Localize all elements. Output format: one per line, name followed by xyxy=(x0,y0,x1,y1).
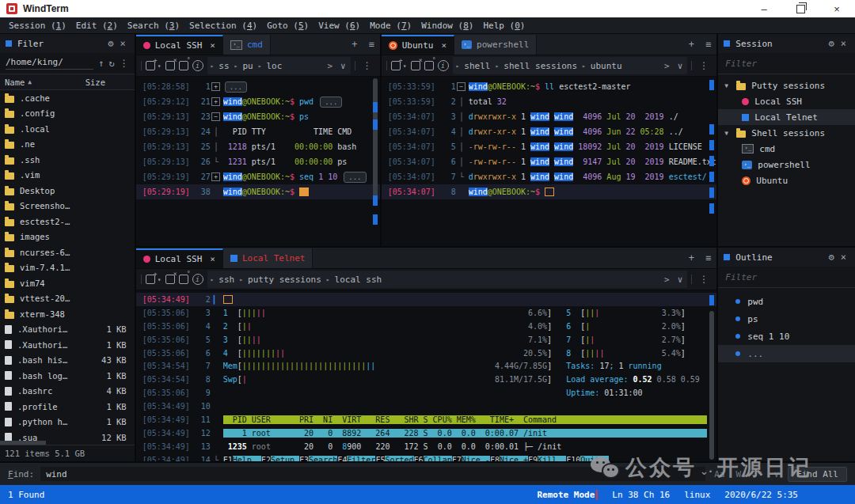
file-row[interactable]: .config xyxy=(0,106,135,122)
breadcrumb[interactable]: ▸ss▸pu▸loc>∨ xyxy=(207,57,351,74)
kebab-menu-icon[interactable]: ⋮ xyxy=(696,60,712,71)
tab-close-icon[interactable]: × xyxy=(441,40,446,51)
tab-list-icon[interactable]: ≡ xyxy=(700,252,716,263)
scrollbar[interactable] xyxy=(708,78,716,244)
file-row[interactable]: .bashrc4 KB xyxy=(0,384,135,400)
minimize-button[interactable]: – xyxy=(746,0,782,17)
scrollbar-thumb[interactable] xyxy=(373,78,378,202)
up-arrow-icon[interactable]: ↑ xyxy=(98,58,104,69)
close-session-icon[interactable] xyxy=(165,275,175,284)
file-row[interactable]: .ssh xyxy=(0,152,135,168)
kebab-menu-icon[interactable]: ⋮ xyxy=(696,274,712,285)
restore-button[interactable] xyxy=(782,0,819,17)
outline-item[interactable]: ... xyxy=(718,345,855,362)
info-icon[interactable]: i xyxy=(192,60,203,71)
path-input[interactable]: /home/king/ xyxy=(6,57,93,70)
file-row[interactable]: .profile1 KB xyxy=(0,399,135,415)
menu-item-view[interactable]: View (6) xyxy=(314,19,364,32)
chevron-down-icon[interactable]: ∨ xyxy=(771,469,781,479)
close-icon[interactable]: × xyxy=(838,38,849,49)
chevron-down-icon[interactable]: ∨ xyxy=(339,61,348,71)
tab-local-ssh[interactable]: Local SSH× xyxy=(136,35,223,55)
chevron-down-icon[interactable]: ∨ xyxy=(676,61,685,71)
chevron-down-icon[interactable]: ▾ xyxy=(403,63,407,70)
breadcrumb-item[interactable]: ss xyxy=(218,61,229,71)
tab-local-telnet[interactable]: Local Telnet xyxy=(223,248,313,268)
menu-item-session[interactable]: Session (1) xyxy=(5,19,70,32)
menu-item-edit[interactable]: Edit (2) xyxy=(72,19,122,32)
gear-icon[interactable]: ⚙ xyxy=(826,252,838,263)
fold-collapse-icon[interactable]: − xyxy=(211,112,220,121)
tab-close-icon[interactable]: × xyxy=(210,254,215,264)
mode-indicator[interactable]: Remote Mode xyxy=(537,490,598,500)
file-row[interactable]: esctest2-… xyxy=(0,214,135,229)
outline-item[interactable]: pwd xyxy=(718,293,855,310)
terminal-content[interactable]: [05:33:59]1−wind@ONEBOOK:~$ ll esctest2-… xyxy=(382,77,717,246)
outline-filter-input[interactable]: Filter xyxy=(718,267,855,288)
breadcrumb-item[interactable]: ssh xyxy=(218,275,234,285)
session-group-putty-sessions[interactable]: ▼Putty sessions xyxy=(718,78,855,93)
file-row[interactable]: .ne xyxy=(0,137,135,153)
file-row[interactable]: xterm-348 xyxy=(0,306,135,322)
find-input[interactable]: wind xyxy=(40,467,705,481)
fold-expand-icon[interactable]: + xyxy=(211,172,220,181)
tab-cmd[interactable]: ›_cmd xyxy=(223,35,271,55)
file-row[interactable]: vim74 xyxy=(0,275,135,291)
terminal-content[interactable]: [05:34:49]2▎ [05:35:06]31 [||||| 6.6%] 5… xyxy=(136,290,717,461)
tab-local-ssh[interactable]: Local SSH× xyxy=(136,248,223,268)
find-all-button[interactable]: Find All xyxy=(788,467,847,482)
file-row[interactable]: images xyxy=(0,229,135,245)
scrollbar[interactable] xyxy=(708,292,716,460)
file-row[interactable]: .bash_his…43 KB xyxy=(0,353,135,369)
chevron-down-icon[interactable]: ▾ xyxy=(158,276,162,283)
refresh-icon[interactable]: ↻ xyxy=(108,58,114,69)
regex-toggle[interactable]: .* xyxy=(750,469,765,479)
session-item-local-telnet[interactable]: Local Telnet xyxy=(718,109,855,125)
column-name[interactable]: Name ▲ xyxy=(0,78,86,87)
tab-close-icon[interactable]: × xyxy=(210,40,215,51)
session-item-local-ssh[interactable]: Local SSH xyxy=(718,93,855,109)
new-tab-button[interactable]: + xyxy=(683,39,700,50)
scrollbar[interactable] xyxy=(371,78,379,244)
file-row[interactable]: .vim xyxy=(0,168,135,184)
breadcrumb-item[interactable]: pu xyxy=(242,61,253,71)
chevron-right-icon[interactable]: > xyxy=(663,61,671,71)
menu-item-help[interactable]: Help (0) xyxy=(479,19,529,32)
clone-session-icon[interactable] xyxy=(424,61,434,70)
tab-list-icon[interactable]: ≡ xyxy=(363,39,379,50)
match-case-toggle[interactable]: Aa xyxy=(712,469,727,479)
clone-session-icon[interactable] xyxy=(179,275,188,284)
fold-collapse-icon[interactable]: − xyxy=(457,82,466,91)
session-item-ubuntu[interactable]: Ubuntu xyxy=(718,172,855,188)
breadcrumb-item[interactable]: putty sessions xyxy=(248,275,321,285)
new-session-icon[interactable] xyxy=(146,61,155,70)
gear-icon[interactable]: ⚙ xyxy=(826,38,838,49)
file-row[interactable]: .python_h…1 KB xyxy=(0,415,135,430)
session-item-powershell[interactable]: ›_powershell xyxy=(718,157,855,172)
menu-item-goto[interactable]: Goto (5) xyxy=(263,19,313,32)
menu-item-window[interactable]: Window (8) xyxy=(417,19,477,32)
info-icon[interactable]: i xyxy=(192,274,203,285)
tab-powershell[interactable]: ›_powershell xyxy=(454,35,537,55)
close-icon[interactable]: × xyxy=(838,252,849,263)
file-row[interactable]: .local xyxy=(0,121,135,137)
chevron-down-icon[interactable]: ∨ xyxy=(676,275,685,285)
file-row[interactable]: .bash_log…1 KB xyxy=(0,368,135,384)
fold-expand-icon[interactable]: + xyxy=(211,82,220,91)
kebab-menu-icon[interactable]: ⋮ xyxy=(359,60,375,71)
new-session-icon[interactable] xyxy=(391,61,401,70)
cursor-position[interactable]: Ln 38 Ch 16 xyxy=(612,490,670,500)
file-row[interactable]: Desktop xyxy=(0,183,135,199)
session-item-cmd[interactable]: ›_cmd xyxy=(718,141,855,157)
close-icon[interactable]: × xyxy=(116,38,128,49)
tree-collapse-icon[interactable]: ▼ xyxy=(724,82,731,89)
system-type[interactable]: linux xyxy=(684,490,710,500)
kebab-menu-icon[interactable]: ⋮ xyxy=(120,58,129,69)
file-row[interactable]: .cache xyxy=(0,90,135,106)
breadcrumb-item[interactable]: loc xyxy=(267,61,283,71)
chevron-down-icon[interactable]: ▾ xyxy=(158,63,162,70)
fold-expand-icon[interactable]: + xyxy=(211,97,220,106)
column-size[interactable]: Size xyxy=(86,78,135,87)
whole-word-toggle[interactable]: W xyxy=(734,469,744,479)
menu-item-mode[interactable]: Mode (7) xyxy=(366,19,416,32)
